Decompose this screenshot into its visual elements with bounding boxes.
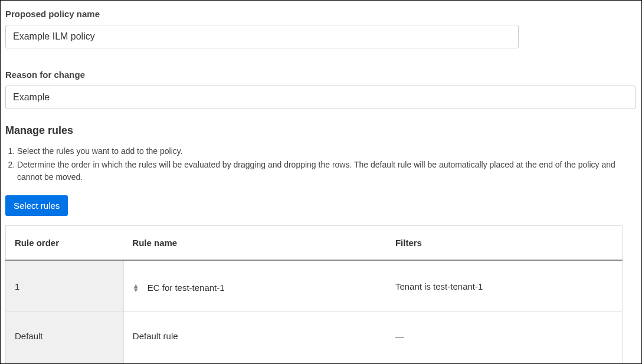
table-row: Default Default rule — (6, 312, 623, 364)
rule-order-cell: Default (6, 312, 124, 364)
rule-name-text: EC for test-tenant-1 (148, 283, 225, 293)
table-header-row: Rule order Rule name Filters (6, 226, 623, 261)
instruction-2: Determine the order in which the rules w… (17, 159, 637, 183)
col-rule-name: Rule name (123, 226, 386, 261)
policy-name-label: Proposed policy name (5, 9, 637, 19)
instructions-list: Select the rules you want to add to the … (17, 145, 637, 183)
rule-filters-cell: — (386, 312, 623, 364)
rule-filters-cell: Tenant is test-tenant-1 (386, 260, 623, 312)
col-rule-order: Rule order (6, 226, 124, 261)
rule-order-cell: 1 (6, 260, 124, 312)
policy-name-input[interactable] (5, 25, 519, 48)
rule-name-cell: ▲ ▼ EC for test-tenant-1 (123, 260, 386, 312)
rule-name-text: Default rule (133, 331, 178, 341)
rules-table: Rule order Rule name Filters 1 ▲ ▼ EC fo… (5, 225, 623, 364)
reason-label: Reason for change (5, 70, 637, 80)
table-row[interactable]: 1 ▲ ▼ EC for test-tenant-1 Tenant is tes… (6, 260, 623, 312)
rule-name-cell: Default rule (123, 312, 386, 364)
drag-handle-icon[interactable]: ▲ ▼ (133, 284, 139, 291)
reason-input[interactable] (5, 86, 636, 109)
col-filters: Filters (386, 226, 623, 261)
select-rules-button[interactable]: Select rules (5, 195, 68, 216)
manage-rules-heading: Manage rules (5, 124, 637, 137)
instruction-1: Select the rules you want to add to the … (17, 145, 637, 158)
